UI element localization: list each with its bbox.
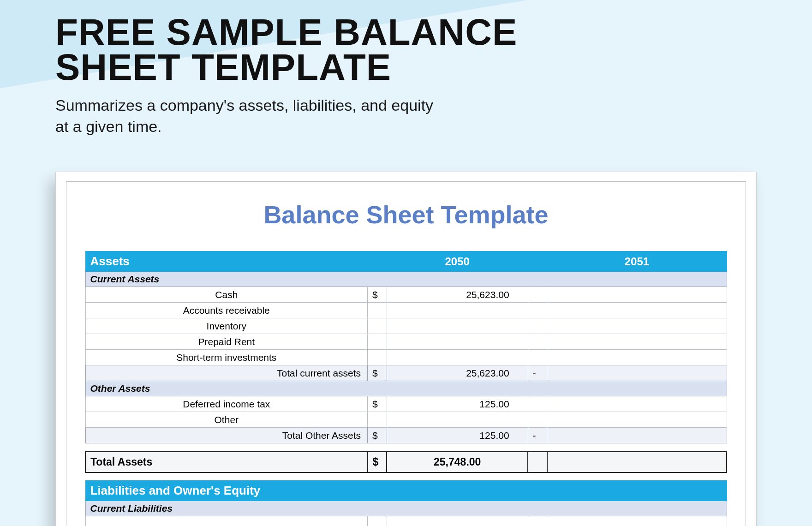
table-row: Short-term investments: [85, 350, 727, 365]
subtotal-y2: -: [528, 428, 547, 443]
current-assets-label: Current Assets: [85, 272, 727, 287]
assets-label: Assets: [85, 251, 368, 272]
row-value-y1: 125.00: [387, 396, 528, 412]
sheet-title: Balance Sheet Template: [85, 200, 727, 229]
total-assets-label: Total Assets: [85, 452, 368, 472]
balance-sheet-table: Assets 2050 2051 Current Assets Cash $ 2…: [85, 251, 727, 526]
subtotal-y2: -: [528, 365, 547, 381]
document-sheet: Balance Sheet Template Assets 2050 2051 …: [55, 172, 757, 526]
total-assets-y1: 25,748.00: [387, 452, 528, 472]
currency-symbol: $: [368, 428, 387, 443]
section-header-liabilities: Liabilities and Owner's Equity: [85, 481, 727, 501]
subtotal-name: Total current assets: [85, 365, 368, 381]
row-value-y2: [547, 287, 727, 303]
table-row: Cash $ 25,623.00: [85, 287, 727, 303]
other-assets-label: Other Assets: [85, 381, 727, 396]
current-liabilities-label: Current Liabilities: [85, 501, 727, 516]
currency-symbol: $: [368, 287, 387, 303]
title-line-2: SHEET TEMPLATE: [55, 47, 391, 88]
row-name: Short-term investments: [85, 350, 368, 365]
row-name: Cash: [85, 287, 368, 303]
row-name: Inventory: [85, 318, 368, 334]
subtotal-row: Total current assets $ 25,623.00 -: [85, 365, 727, 381]
table-row: Other: [85, 412, 727, 428]
currency-symbol: $: [368, 365, 387, 381]
table-row: Inventory: [85, 318, 727, 334]
document-inner: Balance Sheet Template Assets 2050 2051 …: [66, 181, 746, 526]
spacer: [85, 472, 727, 481]
template-preview: FREE SAMPLE BALANCE SHEET TEMPLATE Summa…: [0, 0, 812, 526]
row-name: Prepaid Rent: [85, 334, 368, 350]
table-row: [85, 516, 727, 526]
subtotal-y1: 125.00: [387, 428, 528, 443]
table-row: Deferred income tax $ 125.00: [85, 396, 727, 412]
row-name: Other: [85, 412, 368, 428]
row-name: Accounts receivable: [85, 303, 368, 318]
currency-symbol: $: [368, 396, 387, 412]
liabilities-label: Liabilities and Owner's Equity: [85, 481, 727, 501]
subsection-current-assets: Current Assets: [85, 272, 727, 287]
currency-symbol: $: [368, 452, 387, 472]
subtotal-row: Total Other Assets $ 125.00 -: [85, 428, 727, 443]
subsection-current-liabilities: Current Liabilities: [85, 501, 727, 516]
page-subtitle: Summarizes a company's assets, liabiliti…: [55, 95, 434, 137]
subtotal-y1: 25,623.00: [387, 365, 528, 381]
subsection-other-assets: Other Assets: [85, 381, 727, 396]
header: FREE SAMPLE BALANCE SHEET TEMPLATE Summa…: [55, 15, 609, 137]
section-header-assets: Assets 2050 2051: [85, 251, 727, 272]
year-1: 2050: [387, 251, 528, 272]
subtotal-name: Total Other Assets: [85, 428, 368, 443]
spacer: [85, 443, 727, 452]
table-row: Prepaid Rent: [85, 334, 727, 350]
row-name: Deferred income tax: [85, 396, 368, 412]
page-title: FREE SAMPLE BALANCE SHEET TEMPLATE: [55, 15, 609, 85]
row-value-y1: 25,623.00: [387, 287, 528, 303]
year-2: 2051: [547, 251, 727, 272]
table-row: Accounts receivable: [85, 303, 727, 318]
total-assets-row: Total Assets $ 25,748.00: [85, 452, 727, 472]
